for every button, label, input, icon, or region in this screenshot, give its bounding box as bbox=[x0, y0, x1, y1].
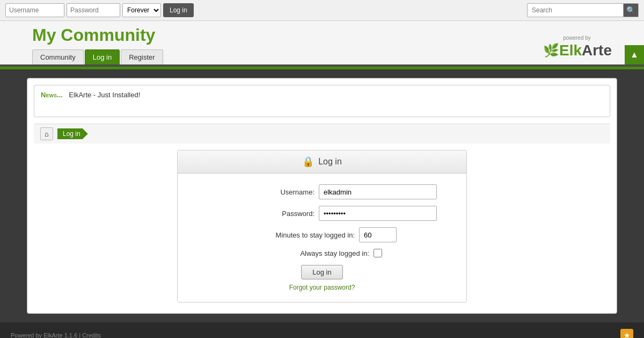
password-row: Password: bbox=[194, 206, 450, 221]
footer-powered-by: Powered by ElkArte 1.1.6 | bbox=[11, 332, 82, 338]
always-logged-checkbox[interactable] bbox=[374, 249, 382, 257]
news-label: News... bbox=[41, 91, 63, 99]
forgot-password-link[interactable]: Forgot your password? bbox=[194, 284, 450, 291]
login-form-header: 🔒 Log in bbox=[178, 150, 466, 174]
home-icon-button[interactable]: ⌂ bbox=[40, 127, 53, 140]
nav-tabs: Community Log in Register bbox=[32, 49, 163, 64]
logo-leaves-icon: 🌿 bbox=[543, 43, 559, 58]
search-container: 🔍 bbox=[527, 3, 639, 17]
rss-symbol: ★ bbox=[624, 331, 631, 338]
topbar-login-button[interactable]: Log in bbox=[163, 3, 194, 17]
forever-select[interactable]: Forever bbox=[122, 3, 161, 17]
main-content: News... ElkArte - Just Installed! ⌂ Log … bbox=[0, 69, 644, 322]
password-input[interactable] bbox=[67, 3, 120, 17]
minutes-label: Minutes to stay logged in: bbox=[247, 231, 355, 239]
username-input[interactable] bbox=[5, 3, 64, 17]
nav-tab-register[interactable]: Register bbox=[121, 49, 163, 64]
top-bar: Forever Log in 🔍 bbox=[0, 0, 644, 21]
news-bar: News... ElkArte - Just Installed! bbox=[34, 85, 610, 117]
nav-tab-community[interactable]: Community bbox=[32, 49, 84, 64]
login-password-input[interactable] bbox=[319, 206, 437, 221]
home-icon: ⌂ bbox=[45, 130, 49, 138]
breadcrumb-login: Log in bbox=[57, 128, 88, 139]
minutes-row: Minutes to stay logged in: bbox=[194, 227, 450, 242]
search-icon: 🔍 bbox=[626, 6, 635, 15]
always-logged-label: Always stay logged in: bbox=[262, 249, 369, 257]
login-form-panel: 🔒 Log in Username: Password: Minutes to … bbox=[177, 150, 467, 303]
logo-elk: Elk bbox=[559, 42, 582, 59]
powered-by-text: powered by bbox=[563, 35, 591, 41]
footer-credits-link[interactable]: Credits bbox=[82, 332, 101, 338]
footer: Powered by ElkArte 1.1.6 | Credits ★ bbox=[0, 322, 644, 338]
search-input[interactable] bbox=[527, 3, 624, 17]
login-username-input[interactable] bbox=[319, 184, 437, 199]
header: My Community Community Log in Register p… bbox=[0, 21, 644, 67]
rss-icon[interactable]: ★ bbox=[620, 329, 633, 338]
logo-area: powered by 🌿 Elk Arte bbox=[542, 35, 612, 59]
logo-elkarte: 🌿 Elk Arte bbox=[542, 42, 612, 59]
password-label: Password: bbox=[207, 210, 314, 218]
login-form-title: Log in bbox=[318, 157, 342, 167]
username-row: Username: bbox=[194, 184, 450, 199]
footer-text: Powered by ElkArte 1.1.6 | Credits bbox=[11, 332, 101, 338]
always-logged-row: Always stay logged in: bbox=[194, 249, 450, 257]
breadcrumb: ⌂ Log in bbox=[34, 124, 610, 143]
nav-tab-login[interactable]: Log in bbox=[85, 49, 120, 64]
news-text: ElkArte - Just Installed! bbox=[69, 91, 140, 99]
site-title: My Community bbox=[32, 25, 163, 45]
username-label: Username: bbox=[207, 188, 314, 196]
lock-icon: 🔒 bbox=[302, 156, 314, 168]
minutes-input[interactable] bbox=[359, 227, 397, 242]
header-left: My Community Community Log in Register bbox=[32, 25, 163, 64]
scroll-up-button[interactable]: ▲ bbox=[625, 45, 644, 64]
search-button[interactable]: 🔍 bbox=[624, 3, 639, 17]
login-form-body: Username: Password: Minutes to stay logg… bbox=[178, 174, 466, 302]
submit-row: Log in bbox=[194, 265, 450, 279]
logo-arte: Arte bbox=[582, 42, 612, 59]
top-bar-left: Forever Log in bbox=[5, 3, 194, 17]
login-submit-button[interactable]: Log in bbox=[301, 265, 342, 279]
inner-panel: News... ElkArte - Just Installed! ⌂ Log … bbox=[27, 78, 617, 314]
